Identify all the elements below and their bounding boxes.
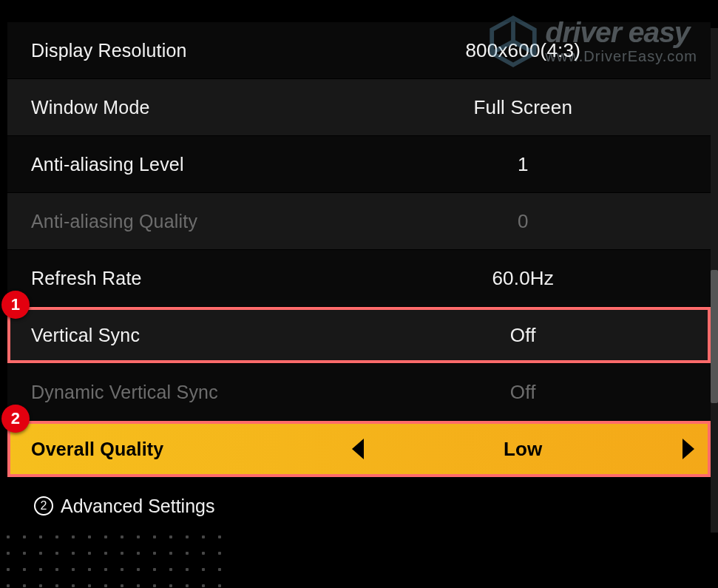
- setting-label: Anti-aliasing Level: [31, 154, 359, 175]
- decorative-dots: [0, 529, 222, 588]
- advanced-settings-label: Advanced Settings: [61, 496, 214, 517]
- setting-label: Window Mode: [31, 97, 359, 118]
- circled-number-icon: 2: [34, 496, 53, 516]
- setting-value-text: Low: [504, 438, 543, 461]
- setting-value: 800x600(4:3): [359, 39, 688, 62]
- chevron-left-icon[interactable]: [352, 439, 364, 459]
- setting-window-mode[interactable]: Window Mode Full Screen: [7, 79, 711, 135]
- setting-value: 60.0Hz: [359, 267, 688, 290]
- setting-vertical-sync[interactable]: 1 Vertical Sync Off: [7, 307, 711, 363]
- setting-dynamic-vertical-sync: Dynamic Vertical Sync Off: [7, 364, 711, 420]
- callout-badge-2: 2: [1, 405, 30, 433]
- setting-label: Vertical Sync: [31, 325, 359, 346]
- setting-overall-quality[interactable]: 2 Overall Quality Low: [7, 421, 711, 477]
- scrollbar-thumb[interactable]: [711, 270, 718, 403]
- setting-value: 1: [359, 153, 688, 176]
- scrollbar[interactable]: [711, 28, 718, 533]
- advanced-settings[interactable]: 2 Advanced Settings: [7, 478, 711, 534]
- setting-label: Dynamic Vertical Sync: [31, 382, 359, 403]
- setting-anti-aliasing-quality: Anti-aliasing Quality 0: [7, 193, 711, 249]
- setting-display-resolution[interactable]: Display Resolution 800x600(4:3): [7, 22, 711, 78]
- setting-label: Anti-aliasing Quality: [31, 211, 359, 232]
- setting-label: Overall Quality: [31, 439, 359, 460]
- setting-value[interactable]: Low: [359, 439, 688, 459]
- setting-value: Off: [359, 381, 688, 404]
- chevron-right-icon[interactable]: [683, 439, 694, 459]
- setting-value: 0: [359, 210, 688, 233]
- setting-refresh-rate[interactable]: Refresh Rate 60.0Hz: [7, 250, 711, 306]
- callout-badge-1: 1: [1, 291, 30, 319]
- settings-panel: Display Resolution 800x600(4:3) Window M…: [7, 22, 711, 534]
- setting-value: Off: [359, 324, 688, 347]
- setting-label: Display Resolution: [31, 40, 359, 61]
- setting-anti-aliasing-level[interactable]: Anti-aliasing Level 1: [7, 136, 711, 192]
- setting-value: Full Screen: [359, 96, 688, 119]
- setting-label: Refresh Rate: [31, 268, 359, 289]
